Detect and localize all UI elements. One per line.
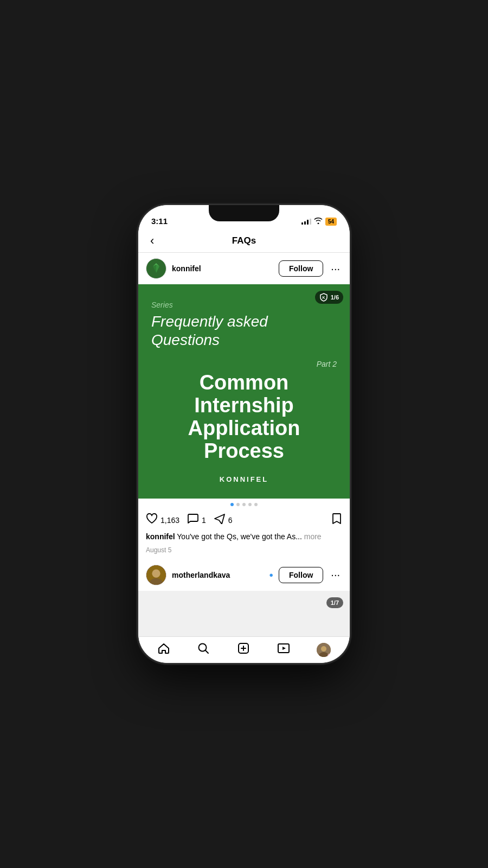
post1-date: August 5	[138, 545, 350, 559]
post2-slide-counter: 1/7	[326, 597, 343, 608]
post2-username[interactable]: motherlandkava	[172, 571, 267, 579]
notification-dot	[328, 654, 331, 657]
faq-title: Frequently asked Questions	[151, 312, 337, 349]
nav-reels[interactable]	[269, 639, 298, 661]
svg-point-2	[152, 570, 160, 578]
post1-more-button[interactable]: ···	[329, 263, 342, 275]
caption-text: You've got the Qs, we've got the As...	[177, 532, 302, 541]
part-label: Part 2	[151, 360, 337, 368]
dot-5	[254, 503, 258, 506]
feed-content: konnifel Follow ··· K 1/6 Series Frequen…	[138, 253, 350, 636]
dot-4	[248, 503, 252, 506]
post2-more-button[interactable]: ···	[329, 569, 342, 581]
wifi-icon	[314, 218, 323, 226]
post2-header: motherlandkava ● Follow ···	[138, 559, 350, 591]
like-count: 1,163	[160, 516, 179, 525]
profile-avatar	[317, 643, 331, 657]
nav-profile[interactable]	[309, 640, 338, 660]
reels-icon	[277, 642, 290, 658]
app-header: ‹ FAQs	[138, 229, 350, 253]
send-icon	[214, 513, 226, 527]
brand-name: KONNIFEL	[151, 475, 337, 483]
dot-3	[242, 503, 246, 506]
post1-slide-counter: K 1/6	[315, 291, 343, 304]
svg-point-12	[321, 646, 326, 652]
nav-add[interactable]	[229, 639, 258, 661]
post1-username[interactable]: konnifel	[172, 264, 273, 273]
post1-actions: 1,163 1 6	[138, 510, 350, 531]
post2-avatar[interactable]	[146, 565, 166, 585]
heart-icon	[146, 513, 158, 527]
caption-more[interactable]: more	[304, 532, 322, 541]
status-time: 3:11	[151, 216, 168, 226]
caption-username[interactable]: konnifel	[146, 532, 175, 541]
home-icon	[157, 642, 170, 658]
svg-line-5	[206, 650, 208, 653]
post2-follow-button[interactable]: Follow	[279, 567, 323, 583]
page-title: FAQs	[232, 235, 256, 246]
post1-caption: konnifel You've got the Qs, we've got th…	[138, 531, 350, 545]
share-count: 6	[228, 516, 233, 525]
post1-avatar[interactable]	[146, 258, 166, 279]
nav-home[interactable]	[150, 639, 178, 661]
verified-badge: ●	[269, 571, 273, 579]
series-label: Series	[151, 301, 337, 309]
bookmark-button[interactable]	[331, 513, 342, 527]
share-button[interactable]: 6	[214, 513, 233, 527]
post1-header: konnifel Follow ···	[138, 253, 350, 284]
signal-bars	[301, 219, 311, 225]
main-title: Common Internship Application Process	[151, 372, 337, 462]
add-icon	[237, 642, 250, 658]
nav-search[interactable]	[189, 639, 217, 661]
dot-1	[230, 503, 234, 506]
like-button[interactable]: 1,163	[146, 513, 179, 527]
svg-marker-10	[282, 647, 286, 650]
comment-icon	[187, 513, 199, 527]
search-icon	[197, 642, 210, 658]
post2-image: 1/7	[138, 591, 350, 636]
slide-dots	[138, 499, 350, 510]
comment-button[interactable]: 1	[187, 513, 206, 527]
post1-image: K 1/6 Series Frequently asked Questions …	[138, 284, 350, 499]
status-icons: 54	[301, 218, 337, 226]
bottom-nav	[138, 636, 350, 663]
svg-text:K: K	[322, 296, 325, 299]
post1-follow-button[interactable]: Follow	[279, 260, 323, 277]
dot-2	[236, 503, 240, 506]
back-button[interactable]: ‹	[146, 232, 158, 250]
comment-count: 1	[202, 516, 206, 525]
battery-indicator: 54	[325, 218, 337, 226]
